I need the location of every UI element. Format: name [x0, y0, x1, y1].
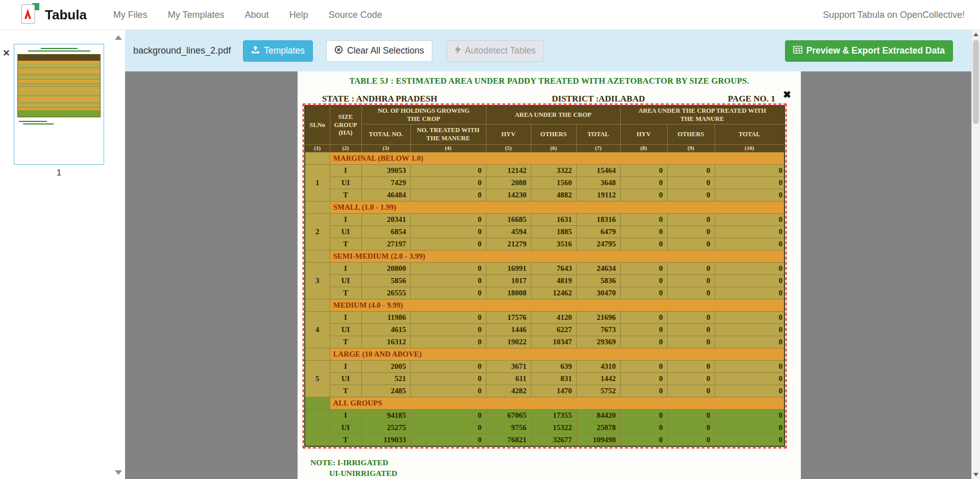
pages-sidebar: × 1 — [0, 30, 125, 479]
thumb-title-line — [28, 51, 90, 52]
note-line-1: NOTE: I-IRRIGATED — [310, 458, 397, 467]
nav-about[interactable]: About — [245, 10, 269, 20]
brand-name[interactable]: Tabula — [45, 7, 87, 23]
clear-circle-x-icon — [334, 45, 343, 57]
templates-button[interactable]: Templates — [243, 40, 313, 62]
thumb-title-line — [41, 48, 78, 49]
top-navbar: Tabula My Files My Templates About Help … — [0, 0, 980, 30]
filename-label: background_lines_2.pdf — [133, 45, 231, 56]
main-nav: My Files My Templates About Help Source … — [113, 10, 382, 20]
autodetect-label: Autodetect Tables — [465, 45, 536, 56]
sidebar-scroll-up-icon[interactable] — [115, 35, 122, 40]
selection-close-icon[interactable]: ✖ — [783, 90, 791, 99]
tabula-app: Tabula My Files My Templates About Help … — [0, 0, 980, 479]
table-region: SLNoSIZE GROUP (HA)NO. OF HOLDINGS GROWI… — [304, 105, 785, 447]
clear-selections-button[interactable]: Clear All Selections — [326, 40, 432, 62]
page-number-label: 1 — [14, 168, 104, 178]
nav-source-code[interactable]: Source Code — [329, 10, 382, 20]
table-grid-icon — [793, 45, 802, 56]
pdf-page[interactable]: TABLE 5J : ESTIMATED AREA UNDER PADDY TR… — [298, 71, 801, 479]
content-row: × 1 — [0, 30, 980, 479]
scrollbar-thumb[interactable] — [973, 40, 979, 124]
table-selection[interactable] — [303, 104, 787, 448]
page-thumbnail[interactable] — [14, 44, 104, 165]
brand[interactable]: Tabula — [20, 3, 87, 27]
export-button[interactable]: Preview & Export Extracted Data — [785, 40, 953, 62]
document-workspace: background_lines_2.pdf Templates — [125, 30, 971, 479]
clear-selections-label: Clear All Selections — [347, 45, 424, 56]
lightning-icon — [455, 45, 461, 57]
nav-my-templates[interactable]: My Templates — [168, 10, 225, 20]
export-label: Preview & Export Extracted Data — [806, 45, 945, 56]
tabula-logo-icon — [20, 3, 40, 27]
note-line-2: UI-UNIRRIGATED — [329, 469, 397, 478]
sidebar-scroll-down-icon[interactable] — [115, 470, 122, 475]
scrollbar-down-icon[interactable] — [972, 470, 980, 479]
page-no-label: PAGE NO. 1 — [728, 94, 775, 104]
nav-help[interactable]: Help — [289, 10, 308, 20]
thumb-note-line — [23, 123, 54, 124]
thumb-note-line — [19, 121, 47, 122]
templates-label: Templates — [264, 45, 305, 56]
document-title: TABLE 5J : ESTIMATED AREA UNDER PADDY TR… — [298, 76, 801, 86]
support-link[interactable]: Support Tabula on OpenCollective! — [823, 10, 965, 20]
toolbar: background_lines_2.pdf Templates — [125, 30, 971, 71]
pdf-viewport: TABLE 5J : ESTIMATED AREA UNDER PADDY TR… — [125, 71, 971, 479]
state-label: STATE : ANDHRA PRADESH — [322, 94, 437, 104]
upload-icon — [251, 45, 260, 56]
document-note: NOTE: I-IRRIGATED UI-UNIRRIGATED — [310, 458, 397, 478]
scrollbar-up-icon[interactable] — [972, 30, 980, 39]
autodetect-tables-button[interactable]: Autodetect Tables — [447, 40, 544, 62]
nav-my-files[interactable]: My Files — [113, 10, 148, 20]
thumb-table-preview — [18, 55, 100, 117]
district-label: DISTRICT :ADILABAD — [552, 94, 645, 104]
remove-page-icon[interactable]: × — [3, 47, 10, 59]
vertical-scrollbar[interactable] — [971, 30, 980, 479]
